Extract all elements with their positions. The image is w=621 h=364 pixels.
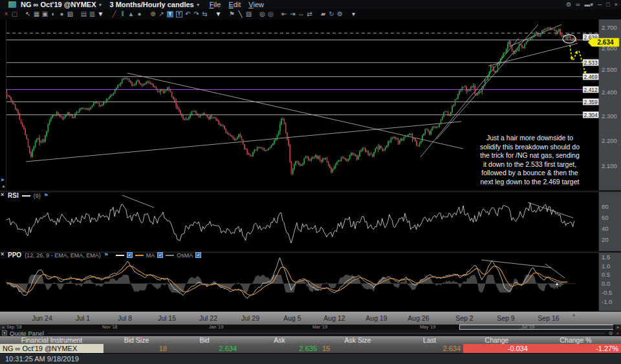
current-price-label: 2.634	[597, 39, 613, 46]
time-axis-label: Aug 5	[283, 314, 301, 322]
quote-cell: 2.634	[396, 344, 463, 353]
sphere-tool-icon[interactable]: ●	[135, 9, 144, 19]
expand-right-icon[interactable]: ⇥	[289, 9, 297, 19]
zoom-area-icon[interactable]: ◐	[49, 9, 58, 19]
quote-cell: 18	[104, 344, 169, 353]
annotation-line: next leg down to the 2.469 target	[470, 178, 590, 187]
grid-icon[interactable]: ▦	[32, 9, 41, 19]
swap-icon[interactable]: ⇆	[201, 9, 209, 19]
minimize-icon[interactable]: ─	[598, 1, 602, 8]
triangle-tool-icon[interactable]: ▲	[127, 9, 135, 19]
quote-cell: 2.634	[169, 344, 239, 353]
circle-tool-icon[interactable]: ●	[58, 9, 66, 19]
printer-icon[interactable]: ▣	[41, 9, 49, 19]
trendline-draw-icon[interactable]: ╱	[110, 9, 118, 19]
detach-globe-icon[interactable]: ⊙	[609, 330, 613, 336]
quote-column-header: Last	[396, 336, 463, 344]
status-bar: 10:31:25 AM 9/18/2019	[0, 353, 621, 364]
time-axis-label: Aug 12	[323, 314, 345, 322]
go-to-latest-icon[interactable]: ▶	[1, 177, 5, 182]
line-tool-icon[interactable]: ╲	[236, 9, 245, 19]
textbox-tool-icon[interactable]: T	[176, 11, 182, 17]
chart-area: ▴2.7002.6002.5002.4002.3002.2002.1008060…	[0, 19, 621, 325]
scroll-lock-icon[interactable]: ▲	[1, 184, 6, 188]
level-price-tag-label: 2.304	[584, 112, 598, 118]
maximize-icon[interactable]: □	[606, 1, 609, 8]
eraser-icon[interactable]: ▰	[319, 9, 327, 19]
link-windows-icon[interactable]: ∞	[576, 1, 580, 8]
refresh-icon[interactable]: ↻	[327, 9, 336, 19]
latest-bar-marker-icon: ◆	[572, 313, 575, 317]
rsi-close-icon[interactable]: ×	[1, 192, 4, 198]
time-scrollbar[interactable]: Sep '18Nov '18Jan '19Mar '19May '19Jul '…	[0, 325, 621, 330]
timeframe-selector[interactable]: 3 Months/Hourly candles	[109, 1, 193, 8]
rsi-settings-icon[interactable]: ⚑	[44, 193, 49, 198]
scrollbar-left-arrow-icon[interactable]: ◂	[0, 325, 6, 330]
chart-settings-icon[interactable]: ▧	[66, 9, 74, 19]
quote-panel-icons: ⊙×	[609, 330, 619, 336]
cursor-line-icon[interactable]: ↗	[157, 9, 166, 19]
time-axis-label: Jul 8	[118, 314, 132, 322]
undo-icon[interactable]: ↶	[184, 9, 192, 19]
ppo-close-icon[interactable]: ×	[1, 252, 4, 257]
close-icon[interactable]: ×	[615, 1, 618, 8]
expand-left-icon[interactable]: ⇤	[280, 9, 289, 19]
close-quote-panel-icon[interactable]: ×	[616, 330, 619, 336]
level-price-tag-label: 2.533	[584, 59, 598, 66]
ppo-series-checkbox[interactable]: ✓	[157, 252, 163, 258]
time-axis-label: Sep 2	[455, 314, 474, 322]
text-tool-icon[interactable]: T	[167, 11, 173, 17]
clock-timestamp: 10:31:25 AM 9/18/2019	[5, 355, 79, 363]
level-price-tag-label: 2.412	[584, 87, 598, 93]
settings-gear-icon[interactable]: ⚙	[566, 1, 571, 8]
time-axis-label: Aug 26	[408, 314, 429, 322]
scrollbar-right-arrow-icon[interactable]: ▸	[615, 325, 621, 330]
time-axis-label: Jul 1	[76, 314, 90, 322]
quote-panel-collapse-icon[interactable]: ▾	[2, 330, 7, 336]
flag-chart-icon[interactable]: ⚑	[228, 9, 236, 19]
symbol-title[interactable]: NG ∞ Oct'19 @NYMEX	[21, 1, 96, 8]
image-icon[interactable]: ▤	[80, 9, 88, 19]
compress-horizontal-icon[interactable]: ⇄	[305, 9, 314, 19]
redo-icon[interactable]: ↷	[192, 9, 201, 19]
chart-type-dropdown-icon[interactable]: ▼	[96, 9, 105, 19]
draw-dropdown-icon[interactable]: ▼	[214, 9, 223, 19]
ppo-series-checkbox[interactable]: ✓	[127, 252, 133, 258]
zoom-in-icon[interactable]: ◎	[258, 9, 267, 19]
wrench-icon[interactable]: ⚙	[336, 9, 344, 19]
menu-view[interactable]: View	[248, 1, 264, 8]
timeframe-dropdown-caret-icon[interactable]: ▼	[196, 3, 201, 7]
symbol-dropdown-caret-icon[interactable]: ▼	[98, 3, 103, 7]
menu-file[interactable]: File	[210, 1, 221, 8]
ppo-label: PPO	[8, 252, 21, 259]
scrollbar-thumb[interactable]	[459, 325, 613, 330]
time-axis-label: Jun 24	[32, 314, 52, 322]
ppo-tick-label: 1.0	[602, 262, 610, 270]
annotation-line: Just a hair more downside to	[470, 134, 590, 143]
ppo-legend: PPO (12, 26, 9 - EMA, EMA, EMA) ⚑ ✓MA✓Os…	[8, 252, 201, 259]
ppo-series-checkbox[interactable]: ✓	[195, 252, 201, 258]
pointer-icon[interactable]: ↖	[24, 9, 32, 19]
drawing-toolbar: ×▢↖▦▣◐●▧▤▥▼╱‖▲●⊕↗TT↶↷⇆▼⚑╲▨◎◎⇤⇥⇔⇄▰↻⚙▾	[0, 9, 621, 19]
layout-icon[interactable]: ▥	[88, 9, 96, 19]
hatch-tool-icon[interactable]: ▨	[245, 9, 253, 19]
quote-table-row[interactable]: NG ∞ Oct'19 @NYMEX182.6342.635152.634-0.…	[0, 344, 621, 353]
ppo-series-name: OsMA	[177, 252, 193, 259]
quote-cell: -0.034	[463, 344, 530, 353]
ppo-series-swatch	[135, 255, 144, 256]
close-chart-icon[interactable]: ×	[2, 9, 10, 19]
time-axis-label: Jul 22	[199, 314, 217, 322]
quote-table-header-row: Financial InstrumentBid SizeBidAskAsk Si…	[0, 336, 621, 344]
pin-window-icon[interactable]: ▬▾	[584, 1, 593, 8]
zoom-out-icon[interactable]: ◎	[267, 9, 275, 19]
scrollbar-date-label: Jul '19	[521, 325, 534, 330]
trading-platform-window: NG ∞ Oct'19 @NYMEX ▼ 3 Months/Hourly can…	[0, 0, 621, 364]
menu-edit[interactable]: Edit	[228, 1, 241, 8]
crosshair-target-icon[interactable]: ⊕	[149, 9, 157, 19]
marquee-select-icon[interactable]: ▢	[10, 9, 19, 19]
ppo-settings-icon[interactable]: ⚑	[104, 252, 109, 258]
price-tick-label: 2.100	[602, 162, 617, 169]
more-tools-dropdown-icon[interactable]: ▾	[349, 9, 358, 19]
expand-horizontal-icon[interactable]: ⇔	[297, 9, 305, 19]
bars-style-icon[interactable]: ‖	[118, 9, 127, 19]
